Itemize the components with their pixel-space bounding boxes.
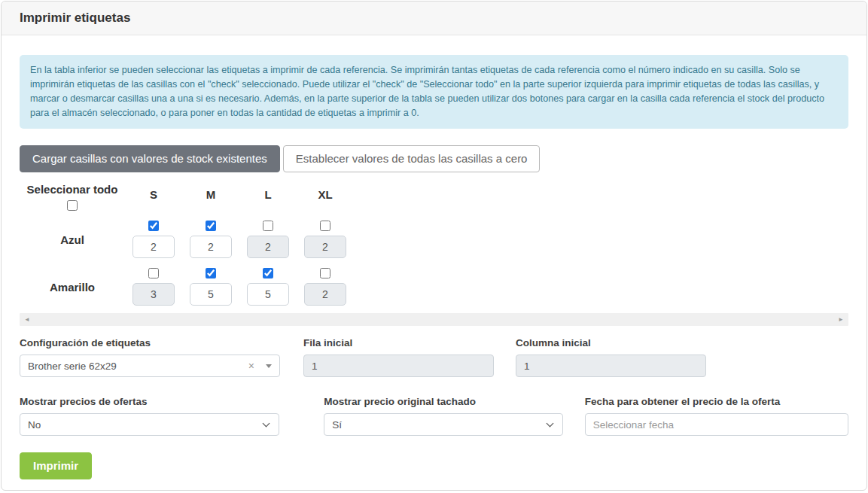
form-row-1: Configuración de etiquetas Brother serie… (20, 336, 848, 377)
table-header-row: Seleccionar todo SMLXL (20, 182, 848, 211)
fila-inicial-input (303, 355, 494, 377)
fecha-oferta-label: Fecha para obtener el precio de la ofert… (585, 395, 848, 408)
config-group: Configuración de etiquetas Brother serie… (20, 336, 280, 377)
labels-quantity-table: Seleccionar todo SMLXL AzulAmarillo (20, 182, 848, 306)
cell-quantity-input (247, 236, 289, 258)
print-button[interactable]: Imprimir (20, 452, 92, 479)
cell-quantity-input[interactable] (190, 236, 232, 258)
chevron-down-icon (546, 420, 553, 428)
table-row: Amarillo (20, 268, 848, 306)
precio-tachado-selected-value: Sí (332, 419, 342, 431)
chevron-down-icon[interactable] (266, 364, 272, 368)
cell-quantity-input[interactable] (190, 283, 232, 306)
cell-checkbox[interactable] (320, 268, 330, 278)
fecha-oferta-input[interactable] (585, 413, 848, 436)
label-config-selected-value: Brother serie 62x29 (28, 361, 117, 372)
panel-header: Imprimir etiquetas (2, 2, 866, 35)
select2-controls: × (248, 361, 272, 371)
load-stock-values-button[interactable]: Cargar casillas con valores de stock exi… (20, 145, 280, 172)
cell-azul-m (182, 221, 239, 258)
clear-selection-icon[interactable]: × (248, 361, 254, 371)
column-header-m: M (182, 182, 239, 201)
table-toolbar: Cargar casillas con valores de stock exi… (20, 145, 848, 172)
cell-amarillo-l (239, 268, 297, 306)
column-header-xl: XL (297, 182, 354, 201)
table-body: AzulAmarillo (20, 221, 848, 306)
mostrar-ofertas-selected-value: No (28, 419, 41, 431)
page-title: Imprimir etiquetas (20, 11, 130, 25)
set-values-zero-button[interactable]: Establecer valores de todas las casillas… (283, 145, 541, 172)
column-header-l: L (239, 182, 297, 201)
cell-checkbox[interactable] (148, 268, 159, 278)
precio-tachado-label: Mostrar precio original tachado (324, 395, 562, 408)
cell-checkbox[interactable] (263, 268, 273, 278)
cell-checkbox[interactable] (206, 268, 216, 278)
cell-amarillo-xl (297, 268, 354, 306)
imprimir-etiquetas-panel: Imprimir etiquetas En la tabla inferior … (1, 1, 867, 491)
panel-body: En la tabla inferior se pueden seleccion… (2, 35, 866, 491)
cell-checkbox[interactable] (148, 221, 159, 231)
fila-inicial-label: Fila inicial (303, 336, 494, 349)
columna-inicial-group: Columna inicial (516, 336, 706, 377)
cell-amarillo-m (182, 268, 239, 306)
cell-azul-l (239, 221, 297, 258)
cell-amarillo-s (125, 268, 182, 306)
mostrar-ofertas-group: Mostrar precios de ofertas No (20, 395, 279, 436)
cell-checkbox[interactable] (206, 221, 216, 231)
cell-checkbox[interactable] (263, 221, 273, 231)
cell-quantity-input (132, 283, 175, 306)
precio-tachado-group: Mostrar precio original tachado Sí (324, 395, 562, 436)
columna-inicial-input (516, 355, 706, 377)
cell-quantity-input[interactable] (247, 283, 289, 306)
mostrar-ofertas-select[interactable]: No (20, 413, 279, 436)
table-row: Azul (20, 221, 848, 258)
columna-inicial-label: Columna inicial (516, 336, 706, 349)
precio-tachado-select[interactable]: Sí (324, 413, 562, 436)
row-label-azul: Azul (20, 233, 125, 246)
horizontal-scrollbar[interactable]: ◄ ► (20, 313, 848, 326)
row-label-amarillo: Amarillo (20, 281, 125, 294)
fecha-oferta-group: Fecha para obtener el precio de la ofert… (585, 395, 848, 436)
config-label: Configuración de etiquetas (20, 336, 280, 349)
cell-quantity-input (304, 283, 346, 306)
select-all-cell: Seleccionar todo (20, 182, 125, 211)
cell-azul-s (125, 221, 182, 258)
scroll-right-arrow[interactable]: ► (838, 317, 844, 323)
select-all-checkbox[interactable] (67, 200, 78, 211)
chevron-down-icon (263, 420, 270, 428)
fila-inicial-group: Fila inicial (303, 336, 494, 377)
scroll-left-arrow[interactable]: ◄ (24, 317, 30, 323)
cell-checkbox[interactable] (320, 221, 330, 231)
cell-quantity-input (304, 236, 346, 258)
mostrar-ofertas-label: Mostrar precios de ofertas (20, 395, 279, 408)
form-row-2: Mostrar precios de ofertas No Mostrar pr… (20, 395, 848, 436)
cell-quantity-input[interactable] (132, 236, 175, 258)
label-config-select[interactable]: Brother serie 62x29 × (20, 355, 280, 377)
column-header-s: S (125, 182, 182, 201)
info-alert: En la tabla inferior se pueden seleccion… (20, 55, 848, 129)
cell-azul-xl (297, 221, 354, 258)
select-all-label: Seleccionar todo (27, 182, 118, 196)
